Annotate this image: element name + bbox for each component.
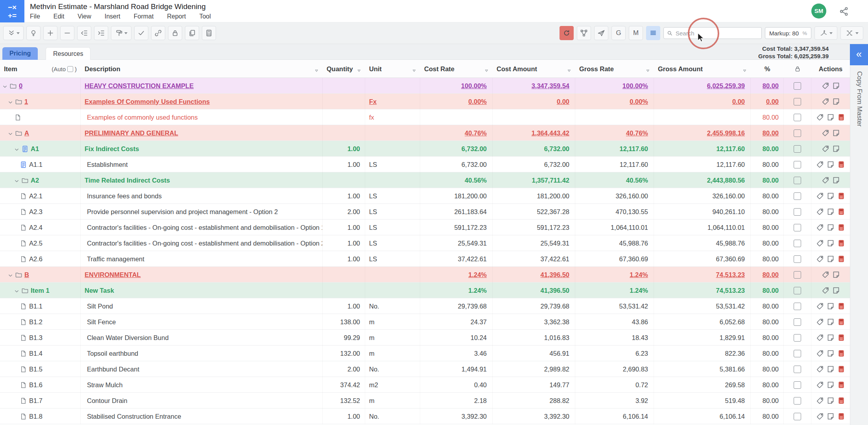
- table-row[interactable]: A2.4Contractor's facilities - On-going c…: [0, 220, 850, 235]
- worksheet-button[interactable]: [202, 26, 216, 40]
- cost-amount-cell[interactable]: 149.77: [493, 377, 575, 393]
- col-header-cost-rate[interactable]: Cost Rate: [420, 60, 493, 78]
- note-icon[interactable]: [832, 176, 840, 184]
- markup-percent-cell[interactable]: 80.00: [751, 393, 784, 408]
- chevron-down-icon[interactable]: [14, 178, 19, 183]
- lock-checkbox[interactable]: [794, 287, 801, 294]
- lock-checkbox[interactable]: [794, 208, 801, 216]
- cost-amount-cell[interactable]: 1,357,711.42: [493, 172, 575, 188]
- item-cell[interactable]: A1.1: [0, 157, 81, 172]
- gross-amount-cell[interactable]: 2,443,880.56: [654, 172, 751, 188]
- description-cell[interactable]: Stabilised Construction Entrance: [81, 408, 323, 424]
- remove-row-button[interactable]: [60, 26, 74, 40]
- cost-rate-cell[interactable]: 2.18: [420, 393, 493, 408]
- unit-cell[interactable]: m: [365, 314, 420, 330]
- quantity-cell[interactable]: 1.00: [323, 188, 365, 204]
- description-cell[interactable]: Examples of commonly used functions: [81, 109, 323, 125]
- table-row[interactable]: BENVIRONMENTAL1.24%41,396.501.24%74,513.…: [0, 267, 850, 283]
- actions-cell[interactable]: [811, 251, 850, 267]
- lock-cell[interactable]: [784, 235, 811, 251]
- actions-cell[interactable]: [811, 94, 850, 109]
- cost-amount-cell[interactable]: 288.82: [493, 393, 575, 408]
- quantity-cell[interactable]: 1.00: [323, 408, 365, 424]
- menu-view[interactable]: View: [78, 13, 91, 20]
- description-cell[interactable]: Earthbund Decant: [81, 361, 323, 377]
- actions-cell[interactable]: [811, 346, 850, 361]
- cost-amount-cell[interactable]: 181,200.00: [493, 188, 575, 204]
- gross-rate-cell[interactable]: 18.43: [575, 330, 654, 346]
- gross-amount-cell[interactable]: 74,513.23: [654, 283, 751, 298]
- item-cell[interactable]: Item 1: [0, 283, 81, 298]
- note-icon[interactable]: [827, 255, 835, 263]
- item-cell[interactable]: A2.5: [0, 235, 81, 251]
- note-icon[interactable]: [827, 381, 835, 389]
- table-row[interactable]: Item 1New Task1.24%41,396.501.24%74,513.…: [0, 283, 850, 298]
- description-cell[interactable]: Contractor's facilities - On-going cost …: [81, 220, 323, 235]
- markup-percent-cell[interactable]: 80.00: [751, 78, 784, 94]
- gross-amount-cell[interactable]: 1,064,110.01: [654, 220, 751, 235]
- gross-rate-cell[interactable]: 12,117.60: [575, 141, 654, 157]
- quantity-cell[interactable]: [323, 172, 365, 188]
- cost-rate-cell[interactable]: 6,732.00: [420, 157, 493, 172]
- markup-field[interactable]: Markup: 80 %: [765, 27, 811, 39]
- unit-cell[interactable]: m: [365, 346, 420, 361]
- markup-percent-cell[interactable]: 80.00: [751, 204, 784, 220]
- gross-amount-cell[interactable]: 519.48: [654, 393, 751, 408]
- quantity-cell[interactable]: 1.00: [323, 157, 365, 172]
- lock-cell[interactable]: [784, 377, 811, 393]
- lock-cell[interactable]: [784, 109, 811, 125]
- table-row[interactable]: B1.5Earthbund Decant2.00No.1,494.912,989…: [0, 361, 850, 377]
- description-cell[interactable]: Straw Mulch: [81, 377, 323, 393]
- actions-cell[interactable]: [811, 377, 850, 393]
- table-row[interactable]: A2Time Related Indirect Costs40.56%1,357…: [0, 172, 850, 188]
- sort-arrow-icon[interactable]: [646, 67, 650, 71]
- worksheet-red-icon[interactable]: [837, 397, 845, 405]
- lock-cell[interactable]: [784, 172, 811, 188]
- quantity-cell[interactable]: 99.29: [323, 330, 365, 346]
- unit-cell[interactable]: [365, 125, 420, 141]
- quantity-cell[interactable]: 1.00: [323, 235, 365, 251]
- lock-checkbox[interactable]: [794, 114, 801, 121]
- worksheet-red-icon[interactable]: [837, 365, 845, 373]
- gross-amount-cell[interactable]: 74,513.23: [654, 267, 751, 283]
- lock-checkbox[interactable]: [794, 303, 801, 310]
- table-row[interactable]: A2.6Traffic management1.00LS37,422.6137,…: [0, 251, 850, 267]
- table-row[interactable]: B1.4Topsoil earthbund132.00m3.46456.916.…: [0, 346, 850, 361]
- table-row[interactable]: B1.1Silt Pond1.00No.29,739.6829,739.6853…: [0, 298, 850, 314]
- item-cell[interactable]: B1.6: [0, 377, 81, 393]
- collapse-rows-button[interactable]: [3, 26, 24, 40]
- cost-amount-cell[interactable]: 2,989.82: [493, 361, 575, 377]
- cost-amount-cell[interactable]: 0.00: [493, 94, 575, 109]
- tag-icon[interactable]: [816, 302, 824, 310]
- item-cell[interactable]: B1.5: [0, 361, 81, 377]
- export-excel-button[interactable]: [840, 26, 863, 40]
- copy-from-master-panel[interactable]: Copy From Master: [850, 66, 868, 425]
- tag-icon[interactable]: [816, 255, 824, 263]
- lock-checkbox[interactable]: [794, 255, 801, 263]
- markup-percent-cell[interactable]: 80.00: [751, 267, 784, 283]
- cost-rate-cell[interactable]: 1,494.91: [420, 361, 493, 377]
- actions-cell[interactable]: [811, 330, 850, 346]
- quantity-cell[interactable]: [323, 94, 365, 109]
- description-cell[interactable]: Contractor's facilities - On-going cost …: [81, 235, 323, 251]
- tag-icon[interactable]: [816, 224, 824, 231]
- worksheet-red-icon[interactable]: [837, 334, 845, 342]
- gross-rate-cell[interactable]: 470,130.55: [575, 204, 654, 220]
- note-icon[interactable]: [832, 82, 840, 90]
- actions-cell[interactable]: [811, 204, 850, 220]
- gross-amount-cell[interactable]: 67,360.69: [654, 251, 751, 267]
- cost-amount-cell[interactable]: 591,172.23: [493, 220, 575, 235]
- tag-icon[interactable]: [822, 286, 829, 294]
- col-header-cost-amount[interactable]: Cost Amount: [493, 60, 575, 78]
- description-cell[interactable]: Examples Of Commonly Used Functions: [81, 94, 323, 109]
- cost-amount-cell[interactable]: 25,549.31: [493, 235, 575, 251]
- tag-icon[interactable]: [816, 161, 824, 168]
- duplicate-button[interactable]: [185, 26, 199, 40]
- cost-rate-cell[interactable]: 1.24%: [420, 267, 493, 283]
- actions-cell[interactable]: [811, 314, 850, 330]
- cost-amount-cell[interactable]: 456.91: [493, 346, 575, 361]
- link-button[interactable]: [151, 26, 165, 40]
- gross-amount-cell[interactable]: 822.36: [654, 346, 751, 361]
- add-row-button[interactable]: [43, 26, 57, 40]
- gross-amount-cell[interactable]: 6,025,259.39: [654, 78, 751, 94]
